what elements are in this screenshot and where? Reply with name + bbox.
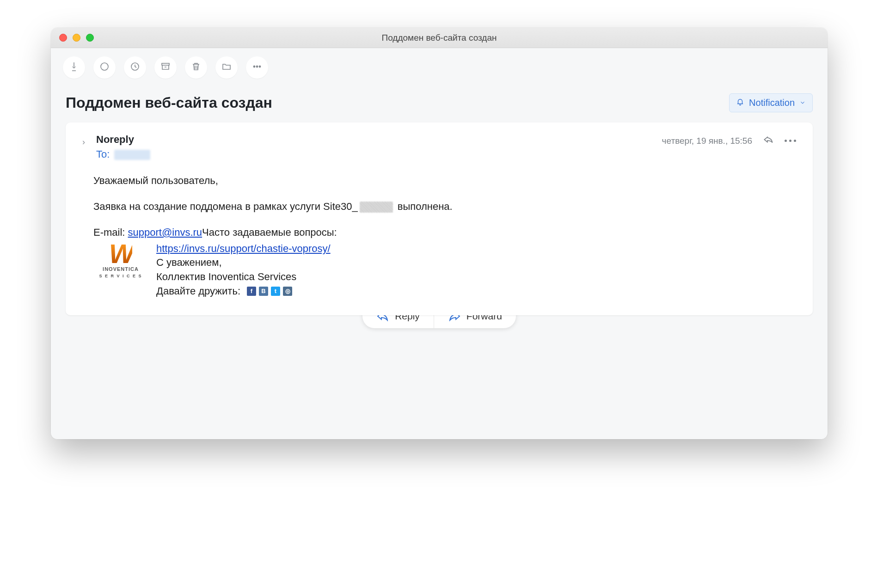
archive-icon <box>160 61 171 74</box>
sig-line-3: Давайте дружить: <box>156 284 240 299</box>
toolbar <box>51 48 828 81</box>
main-line: Заявка на создание поддомена в рамках ус… <box>93 199 796 214</box>
more-toolbar-button[interactable] <box>246 56 268 79</box>
message-date: четверг, 19 янв., 15:56 <box>662 136 752 146</box>
subject-row: Поддомен веб-сайта создан Notification <box>51 81 828 122</box>
svg-point-0 <box>101 63 108 70</box>
svg-point-4 <box>256 66 258 67</box>
greeting-line: Уважаемый пользователь, <box>93 173 796 188</box>
circle-icon <box>99 61 110 74</box>
twitter-icon[interactable]: t <box>271 287 280 296</box>
clock-icon <box>129 61 141 74</box>
instagram-icon[interactable]: ◎ <box>283 287 292 296</box>
message-more-button[interactable] <box>785 140 796 142</box>
folder-icon <box>221 61 232 74</box>
zoom-window-button[interactable] <box>86 34 94 42</box>
svg-point-3 <box>253 66 255 67</box>
vk-icon[interactable]: B <box>259 287 268 296</box>
pin-button[interactable] <box>63 56 85 79</box>
snooze-button[interactable] <box>124 56 146 79</box>
logo-text-1: INOVENTICA <box>103 266 139 273</box>
archive-button[interactable] <box>154 56 177 79</box>
message-card: › Noreply To: четверг, 19 янв., 15:56 Ув… <box>66 122 813 315</box>
inoventica-logo: W INOVENTICA S E R V I C E S <box>93 242 148 279</box>
mail-window: Поддомен веб-сайта создан Поддомен веб-с… <box>51 28 828 439</box>
delete-button[interactable] <box>185 56 207 79</box>
reply-icon-button[interactable] <box>762 134 774 148</box>
move-button[interactable] <box>215 56 238 79</box>
email-line: E-mail: support@invs.ruЧасто задаваемые … <box>93 225 796 240</box>
trash-icon <box>190 61 202 74</box>
bell-icon <box>736 98 744 108</box>
window-title: Поддомен веб-сайта создан <box>51 33 828 43</box>
logo-text-2: S E R V I C E S <box>99 273 142 279</box>
minimize-window-button[interactable] <box>73 34 80 42</box>
sender-name: Noreply <box>96 134 150 146</box>
to-label: To: <box>96 148 110 160</box>
support-email-link[interactable]: support@invs.ru <box>128 227 202 238</box>
svg-point-5 <box>259 66 260 67</box>
more-icon <box>251 61 263 74</box>
titlebar: Поддомен веб-сайта создан <box>51 28 828 48</box>
to-row: To: <box>96 148 150 160</box>
notification-label: Notification <box>749 98 795 108</box>
close-window-button[interactable] <box>59 34 67 42</box>
faq-link[interactable]: https://invs.ru/support/chastie-voprosy/ <box>156 243 331 254</box>
logo-mark: W <box>109 242 133 266</box>
window-controls <box>59 34 94 42</box>
sig-line-2: Коллектив Inoventica Services <box>156 270 331 284</box>
notification-dropdown[interactable]: Notification <box>729 93 813 112</box>
facebook-icon[interactable]: f <box>247 287 256 296</box>
service-id-redacted <box>360 202 393 213</box>
mark-unread-button[interactable] <box>93 56 116 79</box>
pin-icon <box>68 61 80 74</box>
email-subject: Поддомен веб-сайта создан <box>66 94 272 111</box>
message-body: Уважаемый пользователь, Заявка на создан… <box>82 160 796 299</box>
chevron-down-icon <box>799 98 806 108</box>
signature-text: https://invs.ru/support/chastie-voprosy/… <box>156 242 331 299</box>
svg-rect-2 <box>162 63 169 65</box>
sig-line-1: С уважением, <box>156 256 331 270</box>
recipient-redacted <box>114 150 150 160</box>
expand-recipients-button[interactable]: › <box>82 137 90 147</box>
